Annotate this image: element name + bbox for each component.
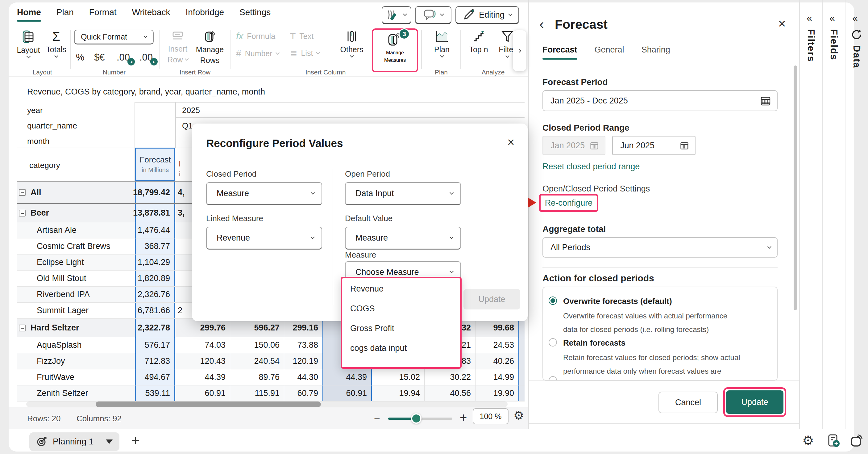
cell[interactable]: 24.53 <box>475 337 519 353</box>
menu-item-writeback[interactable]: Writeback <box>132 7 170 22</box>
cell[interactable]: 115.91 <box>230 386 284 401</box>
collapse-chevrons-icon[interactable]: « <box>852 12 858 24</box>
cell[interactable]: 30.22 <box>424 369 475 385</box>
cell[interactable]: 18,799.42 <box>135 181 175 203</box>
cell[interactable]: 150.06 <box>230 337 284 353</box>
cell[interactable]: 120.43 <box>175 353 230 369</box>
reconfigure-link[interactable]: Re-configure <box>545 198 593 208</box>
others-button[interactable]: Others <box>339 30 365 57</box>
formula-button[interactable]: fxFormula <box>236 31 279 41</box>
linked-measure-select[interactable]: Revenue <box>206 227 322 250</box>
settings-gear-icon[interactable]: ⚙ <box>802 434 814 447</box>
menu-item-settings[interactable]: Settings <box>240 7 271 22</box>
cell[interactable]: 44.30 <box>284 369 322 385</box>
reset-closed-period-link[interactable]: Reset closed period range <box>542 162 640 171</box>
copy-pages-icon[interactable] <box>848 433 864 449</box>
collapse-icon[interactable] <box>19 324 26 331</box>
editing-mode-dropdown[interactable]: Editing <box>456 6 519 24</box>
measure-option-revenue[interactable]: Revenue <box>342 279 460 299</box>
update-button[interactable]: Update <box>726 390 783 414</box>
cell[interactable]: 14.99 <box>475 369 519 385</box>
radio-selected-icon[interactable] <box>549 296 557 305</box>
cell[interactable]: 19.94 <box>372 386 424 401</box>
measure-option-gross-profit[interactable]: Gross Profit <box>342 318 460 338</box>
totals-button[interactable]: Σ Totals <box>44 30 68 57</box>
ribbon-expand-button[interactable] <box>513 30 526 71</box>
decrease-decimals-icon[interactable]: .00◂ <box>117 52 130 63</box>
panel-tab-forecast[interactable]: Forecast <box>542 45 577 60</box>
zoom-slider-handle[interactable] <box>411 413 422 424</box>
cell[interactable]: 44.39 <box>175 369 230 385</box>
panel-tab-sharing[interactable]: Sharing <box>642 45 670 60</box>
cell[interactable]: 2,326.76 <box>135 287 175 302</box>
cell[interactable]: 120.19 <box>284 353 322 369</box>
collapse-icon[interactable] <box>19 189 26 196</box>
side-tab-fields[interactable]: Fields <box>828 29 839 60</box>
cell[interactable]: 40.26 <box>475 353 519 369</box>
currency-format-icon[interactable]: $€ <box>94 52 104 63</box>
plan-button[interactable]: Plan <box>428 30 456 57</box>
panel-scrollbar-thumb[interactable] <box>794 65 797 310</box>
aggregate-total-dropdown[interactable]: All Periods <box>542 237 778 258</box>
open-period-select[interactable]: Data Input <box>345 182 461 205</box>
cancel-button[interactable]: Cancel <box>658 392 718 413</box>
manage-measures-button[interactable]: 3 Manage Measures <box>372 28 418 72</box>
zoom-out-button[interactable]: − <box>374 413 380 425</box>
panel-back-button[interactable]: ‹ <box>539 17 544 31</box>
measure-option-cogs-data-input[interactable]: cogs data input <box>342 338 460 358</box>
text-column-button[interactable]: TText <box>290 31 319 41</box>
forecast-column-header[interactable]: Forecast in Millions <box>135 148 175 181</box>
comments-dropdown[interactable] <box>415 6 452 24</box>
writeback-pen-dropdown[interactable] <box>382 6 411 24</box>
cell[interactable]: 2,322.78 <box>135 319 175 337</box>
closed-period-end-input[interactable]: Jun 2025 <box>612 136 695 155</box>
forecast-period-input[interactable]: Jan 2025 - Dec 2025 <box>542 90 778 111</box>
refresh-icon[interactable] <box>850 28 863 41</box>
collapse-chevrons-icon[interactable]: « <box>830 12 835 24</box>
panel-close-icon[interactable]: × <box>778 17 786 30</box>
default-value-select[interactable]: Measure <box>345 227 461 250</box>
menu-item-format[interactable]: Format <box>89 7 117 22</box>
cell[interactable]: 15.02 <box>372 369 424 385</box>
cell[interactable]: 1,820.89 <box>135 271 175 286</box>
layout-button[interactable]: Layout <box>16 30 41 58</box>
closed-period-start-input[interactable]: Jan 2025 <box>542 136 606 155</box>
radio-option[interactable]: Overwrite forecasts (default)Overwrite f… <box>543 287 777 336</box>
insert-row-button[interactable]: Insert Row <box>164 30 191 64</box>
cell[interactable]: 89.76 <box>230 369 284 385</box>
cell[interactable]: 299.76 <box>175 319 230 337</box>
cell[interactable]: 60.91 <box>322 386 372 401</box>
cell[interactable]: 240.54 <box>230 353 284 369</box>
horizontal-scrollbar-thumb[interactable] <box>96 401 321 407</box>
cell[interactable]: 712.83 <box>135 353 175 369</box>
measure-option-cogs[interactable]: COGS <box>342 299 460 318</box>
cell[interactable]: 6,781.66 <box>135 303 175 318</box>
side-tab-filters[interactable]: Filters <box>805 29 816 62</box>
cell[interactable]: 60.91 <box>175 386 230 401</box>
sheet-tab-planning-1[interactable]: Planning 1 <box>29 432 119 451</box>
percent-format-icon[interactable]: % <box>76 52 85 63</box>
cell[interactable]: 576.17 <box>135 337 175 353</box>
cell[interactable]: 368.77 <box>135 238 175 254</box>
quick-format-dropdown[interactable]: Quick Format <box>74 30 154 45</box>
cell[interactable]: 596.27 <box>230 319 284 337</box>
cell[interactable]: 299.16 <box>284 319 322 337</box>
top-n-button[interactable]: Top n <box>465 30 492 54</box>
increase-decimals-icon[interactable]: .00▸ <box>140 52 153 63</box>
table-row-fruitwave[interactable]: FruitWave494.6744.3989.7644.3044.3915.02… <box>17 369 525 386</box>
number-column-button[interactable]: #Number <box>236 48 279 59</box>
cell[interactable]: 1,476.44 <box>135 222 175 238</box>
menu-item-home[interactable]: Home <box>17 7 41 22</box>
table-settings-gear-icon[interactable]: ⚙ <box>514 409 524 421</box>
cell[interactable]: 44.39 <box>322 369 372 385</box>
cell[interactable]: 40.56 <box>424 386 475 401</box>
cell[interactable]: 539.11 <box>135 386 175 401</box>
side-tab-data[interactable]: Data <box>851 45 862 68</box>
cell[interactable]: 73.88 <box>284 337 322 353</box>
cell[interactable]: 13,878.81 <box>135 204 175 222</box>
add-sheet-button[interactable]: + <box>131 432 140 449</box>
cell[interactable]: 19.90 <box>475 386 519 401</box>
collapse-icon[interactable] <box>19 210 26 217</box>
menu-item-plan[interactable]: Plan <box>57 7 74 22</box>
cell[interactable]: 494.67 <box>135 369 175 385</box>
